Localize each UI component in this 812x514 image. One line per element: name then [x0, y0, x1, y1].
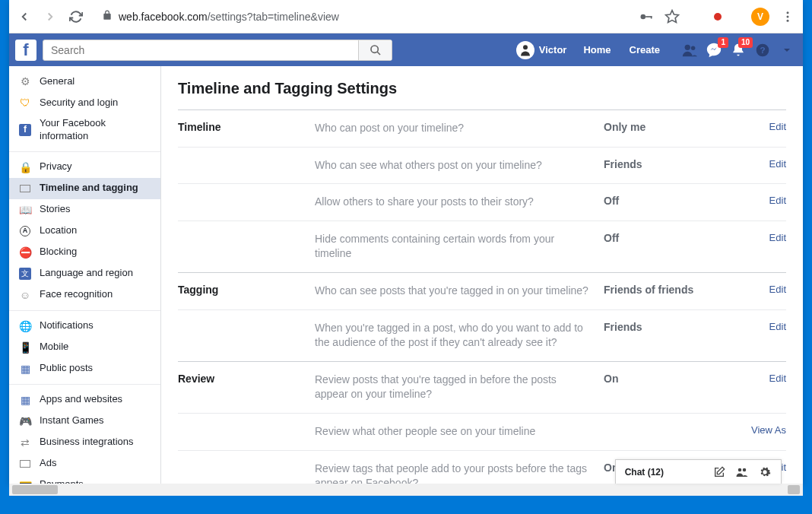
section-name: Review	[178, 373, 315, 385]
sidebar-icon: 🛡	[18, 96, 32, 109]
setting-value: Off	[604, 195, 741, 207]
create-link[interactable]: Create	[623, 44, 666, 56]
sidebar-item-face-recognition[interactable]: ☺Face recognition	[9, 284, 160, 306]
setting-value: Friends of friends	[604, 284, 741, 296]
messages-icon[interactable]: 1	[704, 40, 724, 60]
sidebar-item-apps-and-websites[interactable]: ▦Apps and websites	[9, 389, 160, 411]
sidebar-item-business-integrations[interactable]: ⇄Business integrations	[9, 432, 160, 453]
compose-icon[interactable]	[712, 465, 726, 479]
sidebar-item-language-and-region[interactable]: 文Language and region	[9, 263, 160, 284]
edit-link[interactable]: Edit	[741, 284, 786, 295]
sidebar-item-payments[interactable]: 💳Payments	[9, 474, 160, 484]
edit-link[interactable]: Edit	[741, 195, 786, 206]
sidebar-item-your-facebook-information[interactable]: fYour Facebook information	[9, 113, 160, 147]
url-bar[interactable]: web.facebook.com/settings?tab=timeline&v…	[94, 10, 628, 23]
edit-link[interactable]: Edit	[741, 321, 786, 332]
help-icon[interactable]: ?	[753, 40, 772, 60]
star-button[interactable]	[665, 9, 680, 24]
friends-icon[interactable]	[680, 40, 699, 60]
svg-point-7	[371, 46, 378, 52]
edit-link[interactable]: Edit	[741, 232, 786, 243]
facebook-header: f Victor Home Create 1 10	[9, 33, 803, 66]
reload-button[interactable]	[68, 9, 84, 24]
sidebar-item-location[interactable]: ALocation	[9, 221, 160, 242]
setting-label: When you're tagged in a post, who do you…	[315, 321, 604, 351]
setting-label: Review posts that you're tagged in befor…	[315, 373, 604, 402]
chat-label: Chat (12)	[625, 467, 664, 478]
url-path: /settings?tab=timeline&view	[208, 11, 339, 23]
sidebar-item-privacy[interactable]: 🔒Privacy	[9, 157, 160, 178]
edit-link[interactable]: Edit	[741, 121, 786, 132]
sidebar-item-security-and-login[interactable]: 🛡Security and login	[9, 92, 160, 113]
sidebar-icon: 📱	[18, 341, 32, 354]
sidebar-label: Security and login	[40, 97, 118, 109]
home-link[interactable]: Home	[577, 44, 617, 56]
sidebar-label: Timeline and tagging	[40, 182, 138, 195]
sidebar-label: Location	[40, 224, 77, 237]
messages-badge: 1	[718, 37, 728, 48]
settings-sidebar: ⚙General🛡Security and loginfYour Faceboo…	[9, 66, 161, 484]
sidebar-label: Notifications	[40, 319, 94, 332]
setting-value: On	[604, 373, 741, 385]
sidebar-item-public-posts[interactable]: ▦Public posts	[9, 358, 160, 379]
setting-row: ReviewReview posts that you're tagged in…	[178, 362, 786, 414]
chat-friends-icon[interactable]	[735, 465, 749, 479]
chat-bar[interactable]: Chat (12)	[615, 459, 782, 484]
forward-button[interactable]	[43, 9, 58, 24]
svg-point-6	[787, 19, 789, 21]
sidebar-icon: 💳	[18, 478, 32, 484]
edit-link[interactable]: Edit	[741, 373, 786, 384]
sidebar-icon: ▦	[18, 362, 32, 376]
sidebar-label: Apps and websites	[40, 393, 122, 406]
sidebar-icon: 🌐	[18, 319, 32, 333]
setting-label: Who can post on your timeline?	[315, 121, 604, 136]
svg-point-4	[787, 11, 789, 14]
sidebar-item-timeline-and-tagging[interactable]: Timeline and tagging	[9, 178, 160, 199]
svg-rect-2	[651, 16, 652, 18]
key-icon[interactable]	[639, 9, 654, 24]
sidebar-item-mobile[interactable]: 📱Mobile	[9, 337, 160, 358]
search-input[interactable]	[43, 44, 358, 56]
sidebar-item-general[interactable]: ⚙General	[9, 71, 160, 92]
notifications-icon[interactable]: 10	[728, 40, 748, 60]
sidebar-item-blocking[interactable]: ⛔Blocking	[9, 242, 160, 263]
setting-value: Friends	[604, 158, 741, 170]
setting-label: Who can see posts that you're tagged in …	[315, 284, 604, 299]
svg-point-15	[743, 468, 747, 471]
dropdown-icon[interactable]	[777, 40, 797, 60]
sidebar-label: Ads	[40, 457, 56, 470]
svg-point-11	[691, 46, 696, 50]
sidebar-item-instant-games[interactable]: 🎮Instant Games	[9, 411, 160, 432]
back-button[interactable]	[17, 9, 32, 24]
settings-content: Timeline and Tagging Settings TimelineWh…	[161, 66, 803, 484]
edit-link[interactable]: Edit	[741, 158, 786, 170]
profile-pic	[516, 41, 534, 59]
profile-avatar[interactable]: V	[751, 8, 769, 26]
sidebar-icon: ⛔	[18, 246, 32, 259]
svg-point-0	[641, 14, 646, 19]
sidebar-icon	[18, 457, 32, 471]
sidebar-icon: A	[18, 224, 32, 238]
search-box	[43, 40, 392, 61]
search-button[interactable]	[358, 40, 392, 60]
sidebar-icon: 📖	[18, 203, 32, 217]
svg-line-8	[377, 52, 380, 55]
edit-link[interactable]: View As	[741, 424, 786, 436]
menu-button[interactable]	[780, 9, 795, 24]
facebook-logo[interactable]: f	[15, 40, 36, 61]
horizontal-scrollbar[interactable]	[9, 484, 803, 496]
sidebar-label: Privacy	[40, 160, 72, 173]
sidebar-item-stories[interactable]: 📖Stories	[9, 199, 160, 221]
sidebar-label: Language and region	[40, 267, 133, 280]
sidebar-label: Blocking	[40, 246, 77, 259]
sidebar-item-notifications[interactable]: 🌐Notifications	[9, 316, 160, 337]
sidebar-item-ads[interactable]: Ads	[9, 453, 160, 474]
extension-icon[interactable]	[710, 9, 725, 24]
chat-settings-icon[interactable]	[758, 465, 772, 479]
profile-link[interactable]: Victor	[512, 41, 572, 59]
svg-text:?: ?	[760, 45, 765, 55]
setting-row: Hide comments containing certain words f…	[178, 221, 786, 272]
setting-row: Who can see what others post on your tim…	[178, 148, 786, 185]
setting-value: Off	[604, 232, 741, 244]
sidebar-icon: ⚙	[18, 75, 32, 88]
